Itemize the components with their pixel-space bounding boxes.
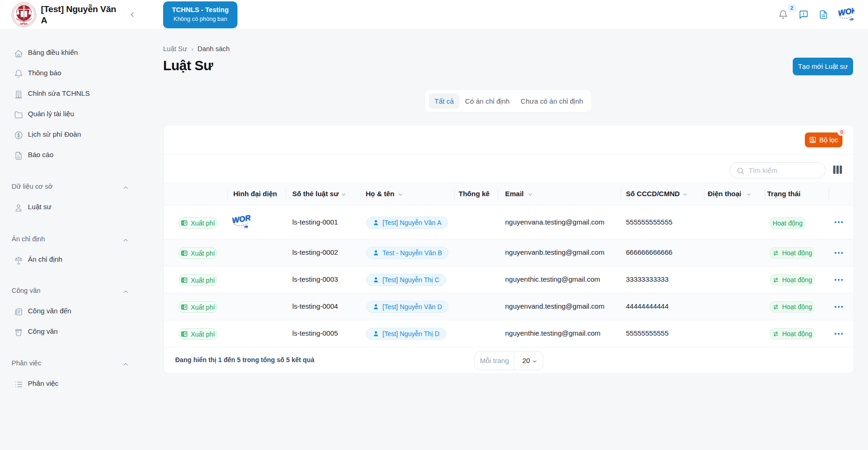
svg-text:DPBA: DPBA — [20, 22, 28, 25]
